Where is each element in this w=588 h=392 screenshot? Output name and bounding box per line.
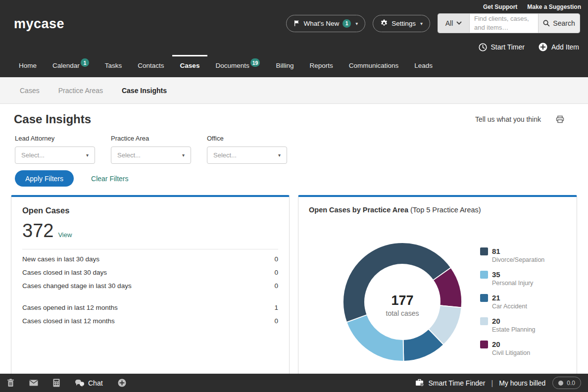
nav-item-cases[interactable]: Cases (172, 55, 208, 77)
start-timer-button[interactable]: Start Timer (479, 43, 525, 51)
office-select[interactable]: Select... ▾ (207, 147, 287, 164)
timer-dot-icon (558, 381, 563, 386)
chevron-down-icon (456, 21, 462, 25)
chevron-down-icon: ▾ (86, 152, 89, 158)
nav-item-documents[interactable]: Documents19 (207, 55, 268, 77)
page-title: Case Insights (14, 112, 91, 126)
chart-legend: 81 Divorce/Separation 35 Personal Injury… (480, 247, 544, 366)
lead-attorney-select[interactable]: Select... ▾ (15, 147, 95, 164)
app-header: Get Support Make a Suggestion mycase Wha… (0, 0, 588, 77)
search-input[interactable]: Find clients, cases, and items… (470, 14, 538, 33)
smart-time-finder-label: Smart Time Finder (428, 379, 485, 387)
main-content: Case Insights Tell us what you think Lea… (0, 104, 588, 374)
calculator-icon[interactable] (53, 379, 60, 387)
legend-swatch (480, 247, 488, 255)
clock-icon (479, 43, 487, 51)
settings-label: Settings (392, 20, 416, 27)
make-suggestion-link[interactable]: Make a Suggestion (527, 3, 581, 10)
filter-label-office: Office (207, 135, 287, 142)
legend-swatch (480, 294, 488, 302)
footer-bar: Chat Smart Time Finder | My hours billed… (0, 374, 588, 392)
filters: Lead Attorney Select... ▾ Practice Area … (15, 135, 577, 164)
main-nav: Home Calendar1 Tasks Contacts Cases Docu… (11, 55, 441, 77)
calendar-badge: 1 (81, 58, 89, 67)
nav-item-reports[interactable]: Reports (301, 55, 341, 77)
open-cases-title: Open Cases (22, 206, 278, 215)
whats-new-label: What's New (304, 20, 340, 27)
nav-item-calendar[interactable]: Calendar1 (45, 55, 97, 77)
search-button[interactable]: Search (538, 14, 580, 33)
divider (22, 249, 278, 249)
stat-row: Cases changed stage in last 30 days 0 (22, 279, 278, 293)
nav-item-communications[interactable]: Communications (341, 55, 407, 77)
trash-icon[interactable] (7, 379, 14, 387)
chevron-down-icon: ▾ (420, 21, 423, 26)
legend-item: 35 Personal Injury (480, 270, 544, 287)
subnav-item-case-insights[interactable]: Case Insights (122, 87, 167, 95)
open-cases-card: Open Cases 372 View New cases in last 30… (11, 195, 290, 374)
mycase-logo[interactable]: mycase (14, 16, 64, 32)
documents-badge: 19 (250, 58, 260, 67)
get-support-link[interactable]: Get Support (483, 3, 517, 10)
plus-circle-icon (539, 43, 547, 51)
chart-title: Open Cases by Practice Area (Top 5 Pract… (309, 206, 566, 214)
add-item-label: Add Item (551, 43, 579, 51)
subnav-item-cases[interactable]: Cases (20, 87, 40, 95)
stat-row: Cases opened in last 12 months 1 (22, 301, 278, 314)
my-hours-billed-link[interactable]: My hours billed (499, 379, 545, 387)
chevron-down-icon: ▾ (278, 152, 281, 158)
search-icon (543, 20, 550, 27)
print-icon[interactable] (556, 115, 564, 123)
chat-icon (75, 379, 85, 387)
nav-item-home[interactable]: Home (11, 55, 45, 77)
nav-item-tasks[interactable]: Tasks (97, 55, 130, 77)
open-cases-count: 372 (22, 220, 53, 242)
smart-time-finder-button[interactable]: Smart Time Finder (415, 379, 485, 387)
settings-button[interactable]: Settings ▾ (373, 15, 430, 32)
view-link[interactable]: View (58, 231, 72, 239)
nav-item-contacts[interactable]: Contacts (130, 55, 172, 77)
practice-area-select[interactable]: Select... ▾ (111, 147, 191, 164)
feedback-link[interactable]: Tell us what you think (475, 115, 541, 123)
stat-row: New cases in last 30 days 0 (22, 252, 278, 266)
stat-row: Cases closed in last 30 days 0 (22, 266, 278, 279)
subnav-item-practice-areas[interactable]: Practice Areas (58, 87, 103, 95)
add-icon[interactable] (118, 379, 126, 387)
search-scope-select[interactable]: All (438, 14, 470, 33)
global-search: All Find clients, cases, and items… Sear… (438, 13, 580, 33)
email-icon[interactable] (29, 380, 38, 386)
donut-center-label: total cases (386, 309, 419, 317)
flag-icon (294, 20, 300, 27)
quick-actions: Start Timer Add Item (479, 43, 580, 51)
legend-swatch (480, 317, 488, 325)
donut-center-value: 177 (391, 293, 413, 308)
timer-widget[interactable]: 0.0 (552, 377, 581, 389)
donut-chart: 177 total cases (338, 238, 467, 366)
start-timer-label: Start Timer (491, 43, 525, 51)
chat-label: Chat (88, 379, 103, 387)
filter-label-practice-area: Practice Area (111, 135, 191, 142)
header-controls: What's New 1 ▾ Settings ▾ All Find clien… (286, 13, 580, 33)
add-item-button[interactable]: Add Item (539, 43, 579, 51)
apply-filters-button[interactable]: Apply Filters (15, 170, 74, 187)
nav-item-leads[interactable]: Leads (406, 55, 441, 77)
search-button-label: Search (553, 19, 575, 27)
chat-button[interactable]: Chat (75, 379, 103, 387)
whats-new-button[interactable]: What's New 1 ▾ (286, 15, 366, 32)
briefcase-clock-icon (415, 379, 424, 387)
legend-swatch (480, 271, 488, 279)
practice-area-chart-card: Open Cases by Practice Area (Top 5 Pract… (298, 195, 577, 374)
donut-segment[interactable] (346, 315, 403, 361)
legend-item: 81 Divorce/Separation (480, 247, 544, 263)
legend-item: 20 Civil Litigation (480, 340, 544, 356)
stat-row: Cases closed in last 12 months 0 (22, 314, 278, 328)
legend-swatch (480, 341, 488, 348)
nav-item-billing[interactable]: Billing (268, 55, 301, 77)
timer-value: 0.0 (567, 380, 575, 387)
chevron-down-icon: ▾ (355, 21, 358, 26)
cases-subnav: Cases Practice Areas Case Insights (0, 77, 588, 104)
clear-filters-link[interactable]: Clear Filters (91, 175, 128, 183)
separator: | (491, 379, 493, 387)
search-scope-value: All (445, 19, 453, 27)
whats-new-badge: 1 (343, 19, 351, 28)
